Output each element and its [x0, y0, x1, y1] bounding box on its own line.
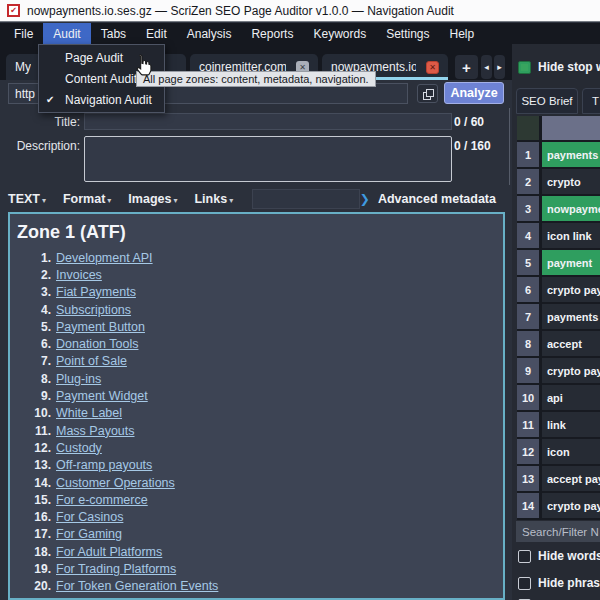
toolbar-menu-images[interactable]: Images▾	[128, 192, 177, 206]
close-tab-icon[interactable]: ✕	[426, 61, 439, 74]
nav-list-item: 13.Off-ramp payouts	[10, 457, 503, 474]
prev-tab-button[interactable]: ◂	[481, 55, 492, 79]
nav-item-number: 21.	[10, 597, 51, 600]
menu-file[interactable]: File	[4, 23, 43, 44]
nav-link[interactable]: Custody	[56, 441, 102, 455]
advanced-metadata-toggle[interactable]: ❯Advanced metadata	[360, 192, 496, 206]
toolbar-search-input[interactable]	[252, 189, 360, 209]
keyword-row-number: 1	[517, 142, 539, 167]
nav-link[interactable]: Fiat Payments	[56, 285, 136, 299]
keyword-search-input[interactable]: Search/Filter N	[516, 521, 600, 542]
keyword-cell[interactable]: payments	[542, 304, 600, 329]
tab-clipped[interactable]: T	[582, 88, 600, 114]
nav-link[interactable]: For Token Generation Events	[56, 579, 218, 593]
keyword-cell[interactable]: payment	[542, 250, 600, 275]
nav-link[interactable]: For e-commerce	[56, 493, 148, 507]
navigation-link-list: 1.Development API2.Invoices3.Fiat Paymen…	[10, 249, 503, 600]
nav-link[interactable]: For Trading Platforms	[56, 562, 176, 576]
advanced-metadata-label: Advanced metadata	[378, 192, 496, 206]
nav-item-number: 18.	[10, 545, 51, 559]
keyword-cell[interactable]: payments	[542, 142, 600, 167]
nav-link[interactable]: For Marketplaces	[56, 597, 153, 600]
analyze-button[interactable]: Analyze	[444, 82, 504, 104]
keyword-cell[interactable]: api	[542, 385, 600, 410]
nav-list-item: 2.Invoices	[10, 266, 503, 283]
keyword-cell[interactable]: icon	[542, 439, 600, 464]
keyword-row-number: 8	[517, 331, 539, 356]
description-field[interactable]	[84, 136, 452, 182]
nav-list-item: 19.For Trading Platforms	[10, 560, 503, 577]
nav-item-number: 7.	[10, 354, 51, 368]
nav-list-item: 12.Custody	[10, 439, 503, 456]
nav-list-item: 17.For Gaming	[10, 526, 503, 543]
toolbar-menu-links[interactable]: Links▾	[194, 192, 233, 206]
nav-link[interactable]: Donation Tools	[56, 337, 138, 351]
menu-keywords[interactable]: Keywords	[303, 23, 376, 44]
menu-tabs[interactable]: Tabs	[91, 23, 136, 44]
title-field[interactable]	[84, 113, 452, 130]
add-tab-button[interactable]: +	[455, 55, 478, 79]
keyword-cell[interactable]: crypto	[542, 169, 600, 194]
nav-link[interactable]: Subscriptions	[56, 303, 131, 317]
nav-link[interactable]: Payment Widget	[56, 389, 148, 403]
menu-edit[interactable]: Edit	[136, 23, 177, 44]
toolbar-menu-text[interactable]: TEXT▾	[8, 192, 46, 206]
nav-list-item: 4.Subscriptions	[10, 301, 503, 318]
nav-list-item: 6.Donation Tools	[10, 335, 503, 352]
nav-item-number: 14.	[10, 476, 51, 490]
keyword-cell[interactable]: accept	[542, 331, 600, 356]
nav-link[interactable]: Customer Operations	[56, 476, 175, 490]
menu-audit[interactable]: Audit	[43, 23, 90, 44]
nav-link[interactable]: Off-ramp payouts	[56, 458, 152, 472]
keyword-cell[interactable]: crypto pay	[542, 493, 600, 518]
keyword-table: 1payments2crypto3nowpayments4icon link5p…	[517, 116, 600, 520]
metadata-form: Title: 0 / 60 Description: 0 / 160	[0, 108, 510, 185]
menu-item-navigation-audit[interactable]: Navigation Audit✔	[39, 89, 164, 110]
nav-item-number: 9.	[10, 389, 51, 403]
nav-link[interactable]: White Label	[56, 406, 122, 420]
keyword-cell[interactable]: crypto pay	[542, 358, 600, 383]
keyword-table-header-keyword[interactable]	[542, 116, 600, 140]
nav-link[interactable]: For Casinos	[56, 510, 123, 524]
filter-row[interactable]: Hide words	[518, 549, 600, 563]
nav-link[interactable]: Point of Sale	[56, 354, 127, 368]
menu-reports[interactable]: Reports	[241, 23, 303, 44]
filter-checkbox[interactable]	[518, 577, 531, 590]
next-tab-button[interactable]: ▸	[494, 55, 505, 79]
toolbar-menu-format[interactable]: Format▾	[63, 192, 111, 206]
filter-checkbox[interactable]	[518, 550, 531, 563]
page-zone-panel: Zone 1 (ATF) 1.Development API2.Invoices…	[8, 212, 505, 600]
nav-link[interactable]: Invoices	[56, 268, 102, 282]
nav-item-number: 12.	[10, 441, 51, 455]
keyword-cell[interactable]: nowpayments	[542, 196, 600, 221]
nav-link[interactable]: Plug-ins	[56, 372, 101, 386]
check-icon: ✔	[46, 94, 54, 105]
menu-analysis[interactable]: Analysis	[177, 23, 242, 44]
nav-link[interactable]: Mass Payouts	[56, 424, 135, 438]
menu-tooltip: All page zones: content, metadata, navig…	[136, 71, 376, 87]
copy-url-button[interactable]	[417, 84, 438, 103]
nav-link[interactable]: Payment Button	[56, 320, 145, 334]
filter-row[interactable]: Hide phras	[518, 576, 600, 590]
keyword-cell[interactable]: crypto pay	[542, 277, 600, 302]
nav-link[interactable]: For Adult Platforms	[56, 545, 162, 559]
keyword-cell[interactable]: accept pay	[542, 466, 600, 491]
dropdown-arrow-icon: ▾	[42, 196, 46, 206]
nav-item-number: 15.	[10, 493, 51, 507]
keyword-cell[interactable]: icon link	[542, 223, 600, 248]
menubar: FileAuditTabsEditAnalysisReportsKeywords…	[0, 23, 600, 44]
menu-help[interactable]: Help	[440, 23, 485, 44]
nav-item-number: 2.	[10, 268, 51, 282]
url-value: http	[15, 87, 35, 101]
hide-stop-words-row[interactable]: Hide stop words	[518, 60, 600, 74]
nav-link[interactable]: Development API	[56, 251, 153, 265]
menu-settings[interactable]: Settings	[376, 23, 439, 44]
nav-link[interactable]: For Gaming	[56, 527, 122, 541]
tab-seo-brief[interactable]: SEO Brief	[516, 88, 578, 114]
hide-stop-words-checkbox[interactable]	[518, 61, 531, 74]
nav-item-number: 11.	[10, 424, 51, 438]
nav-list-item: 3.Fiat Payments	[10, 284, 503, 301]
editor-toolbar: TEXT▾Format▾Images▾Links▾❯Advanced metad…	[0, 185, 512, 212]
keyword-cell[interactable]: link	[542, 412, 600, 437]
keyword-table-header-num[interactable]	[517, 116, 539, 140]
